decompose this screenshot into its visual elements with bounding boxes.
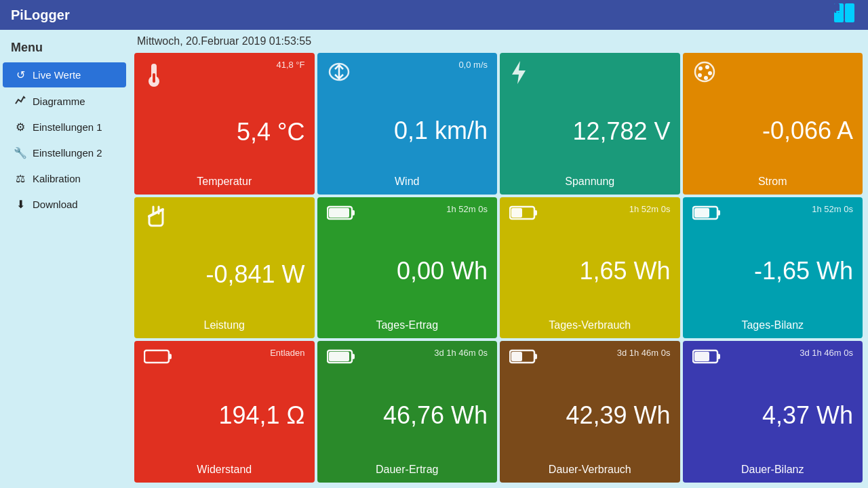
tile-leistung[interactable]: -0,841 W Leistung	[134, 197, 315, 339]
live-werte-icon: ↺	[14, 68, 27, 81]
tile-tages-bilanz-label: Tages-Bilanz	[692, 317, 854, 331]
logo-icon: RL	[833, 2, 857, 28]
wind-icon	[327, 60, 351, 89]
tile-wind-label: Wind	[327, 173, 488, 188]
tile-leistung-label: Leistung	[144, 317, 305, 331]
sidebar-label-live-werte: Live Werte	[33, 69, 81, 81]
tile-tages-verbrauch-value: 1,65 Wh	[509, 256, 671, 286]
tile-tages-verbrauch-label: Tages-Verbrauch	[509, 317, 671, 331]
sidebar-label-diagramme: Diagramme	[33, 96, 85, 107]
tile-widerstand[interactable]: Entladen 194,1 Ω Widerstand	[134, 341, 315, 483]
svg-point-11	[708, 71, 712, 75]
tile-tages-ertrag-topright: 1h 52m 0s	[446, 204, 488, 214]
svg-rect-20	[534, 210, 537, 216]
palette-icon	[692, 60, 717, 89]
tile-tages-ertrag[interactable]: 1h 52m 0s 0,00 Wh Tages-Ertrag	[317, 197, 498, 339]
tile-wind-value: 0,1 km/h	[327, 116, 488, 146]
sidebar: Menu ↺ Live Werte Diagramme ⚙ Einstellun…	[0, 30, 129, 488]
tile-tages-ertrag-value: 0,00 Wh	[327, 256, 488, 286]
sidebar-label-download: Download	[33, 199, 78, 210]
svg-rect-29	[329, 352, 349, 361]
tile-tages-verbrauch[interactable]: 1h 52m 0s 1,65 Wh Tages-Verbrauch	[500, 197, 680, 339]
diagramme-icon	[14, 94, 27, 108]
app-header: PiLogger RL	[0, 0, 868, 30]
sidebar-label-einstellungen2: Einstellungen 2	[33, 147, 102, 159]
tile-wind-topright: 0,0 m/s	[458, 60, 488, 70]
svg-rect-21	[511, 208, 522, 218]
svg-rect-34	[717, 354, 720, 359]
svg-rect-17	[352, 210, 355, 216]
svg-rect-32	[511, 352, 522, 361]
tile-tages-bilanz-topright: 1h 52m 0s	[812, 204, 853, 214]
tile-dauer-bilanz-value: 4,37 Wh	[692, 401, 854, 430]
tile-tages-bilanz[interactable]: 1h 52m 0s -1,65 Wh Tages-Bilanz	[683, 197, 863, 339]
battery-full-icon	[327, 204, 355, 226]
svg-rect-23	[717, 210, 720, 216]
sidebar-item-einstellungen2[interactable]: 🔧 Einstellungen 2	[3, 140, 126, 165]
battery-half-icon	[509, 204, 538, 226]
einstellungen2-icon: 🔧	[14, 146, 27, 159]
bolt-icon	[509, 60, 528, 90]
battery-full2-icon	[327, 348, 355, 369]
svg-point-9	[698, 66, 703, 70]
tile-tages-ertrag-label: Tages-Ertrag	[327, 317, 488, 331]
thermometer-icon	[144, 60, 164, 92]
sidebar-item-download[interactable]: ⬇ Download	[3, 192, 126, 217]
sidebar-item-einstellungen1[interactable]: ⚙ Einstellungen 1	[3, 115, 126, 140]
tile-temperatur-label: Temperatur	[144, 173, 305, 188]
battery-three-quarter2-icon	[692, 348, 721, 369]
tile-widerstand-label: Widerstand	[144, 461, 305, 476]
tile-dauer-ertrag-value: 46,76 Wh	[327, 401, 488, 430]
tile-widerstand-value: 194,1 Ω	[144, 401, 305, 430]
svg-rect-26	[169, 354, 172, 359]
tile-dauer-verbrauch[interactable]: 3d 1h 46m 0s 42,39 Wh Dauer-Verbrauch	[500, 341, 680, 483]
tile-dauer-bilanz-label: Dauer-Bilanz	[692, 461, 854, 476]
sidebar-label-kalibration: Kalibration	[33, 173, 81, 184]
tile-leistung-value: -0,841 W	[144, 260, 305, 289]
svg-rect-18	[329, 208, 349, 218]
tile-dauer-ertrag-topright: 3d 1h 46m 0s	[434, 348, 488, 358]
battery-empty-icon	[144, 348, 172, 369]
tile-dauer-bilanz[interactable]: 3d 1h 46m 0s 4,37 Wh Dauer-Bilanz	[683, 341, 863, 483]
tile-dauer-bilanz-topright: 3d 1h 46m 0s	[800, 348, 853, 358]
svg-rect-35	[694, 352, 709, 361]
svg-point-13	[698, 73, 702, 77]
menu-label: Menu	[0, 37, 129, 62]
tile-dauer-verbrauch-label: Dauer-Verbrauch	[509, 461, 671, 476]
svg-rect-6	[153, 73, 155, 83]
datetime-display: Mittwoch, 20.Februar 2019 01:53:55	[134, 35, 863, 47]
plug-icon	[144, 204, 168, 233]
svg-marker-7	[512, 61, 526, 84]
tiles-grid: 41,8 °F 5,4 °C Temperatur 0,0 m/s 0,1 km…	[134, 53, 863, 483]
svg-rect-25	[144, 350, 169, 363]
svg-rect-31	[534, 354, 537, 359]
tile-strom-label: Strom	[692, 173, 854, 188]
sidebar-label-einstellungen1: Einstellungen 1	[33, 121, 102, 133]
einstellungen1-icon: ⚙	[14, 121, 27, 134]
tile-dauer-ertrag[interactable]: 3d 1h 46m 0s 46,76 Wh Dauer-Ertrag	[317, 341, 498, 483]
tile-dauer-ertrag-label: Dauer-Ertrag	[327, 461, 488, 476]
tile-wind[interactable]: 0,0 m/s 0,1 km/h Wind	[317, 53, 498, 195]
sidebar-item-live-werte[interactable]: ↺ Live Werte	[3, 62, 126, 87]
tile-spannung[interactable]: 12,782 V Spannung	[500, 53, 680, 195]
svg-rect-24	[694, 208, 709, 218]
main-layout: Menu ↺ Live Werte Diagramme ⚙ Einstellun…	[0, 30, 868, 488]
kalibration-icon: ⚖	[14, 172, 27, 185]
tile-temperatur-topright: 41,8 °F	[276, 60, 304, 70]
tile-dauer-verbrauch-topright: 3d 1h 46m 0s	[617, 348, 671, 358]
tile-temperatur[interactable]: 41,8 °F 5,4 °C Temperatur	[134, 53, 315, 195]
sidebar-item-diagramme[interactable]: Diagramme	[3, 88, 126, 114]
battery-half2-icon	[509, 348, 538, 369]
tile-spannung-label: Spannung	[509, 173, 671, 188]
svg-point-10	[705, 65, 709, 69]
battery-three-quarter-icon	[692, 204, 721, 226]
content-area: Mittwoch, 20.Februar 2019 01:53:55 41,8 …	[129, 30, 868, 488]
tile-dauer-verbrauch-value: 42,39 Wh	[509, 401, 671, 430]
svg-rect-28	[352, 354, 355, 359]
tile-tages-verbrauch-topright: 1h 52m 0s	[629, 204, 671, 214]
tile-widerstand-topright: Entladen	[270, 348, 304, 358]
download-icon: ⬇	[14, 198, 27, 211]
tile-strom[interactable]: -0,066 A Strom	[683, 53, 863, 195]
tile-spannung-value: 12,782 V	[509, 117, 671, 146]
sidebar-item-kalibration[interactable]: ⚖ Kalibration	[3, 166, 126, 191]
